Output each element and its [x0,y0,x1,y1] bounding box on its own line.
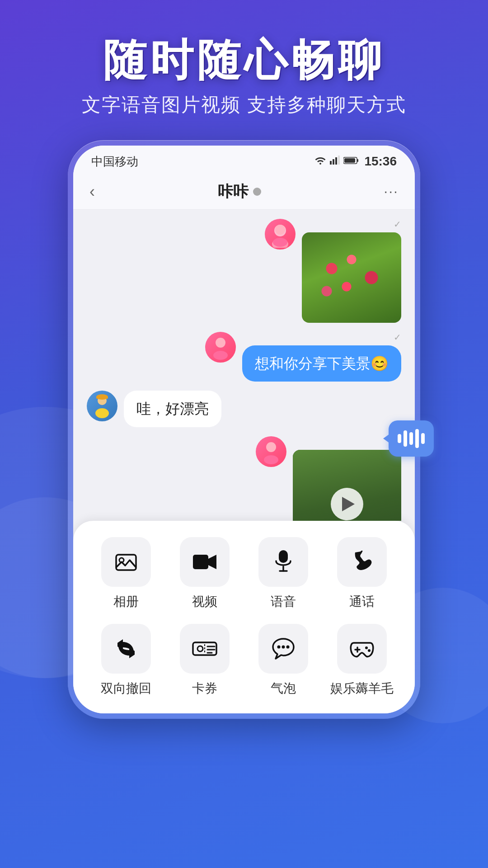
svg-point-35 [282,645,285,648]
online-status-dot [253,188,261,196]
svg-point-10 [275,225,285,235]
voice-fab[interactable] [389,420,434,457]
svg-point-39 [365,646,368,649]
svg-rect-4 [338,156,340,165]
hero-title: 随时随心畅聊 [0,36,488,84]
hero-subtitle: 文字语音图片视频 支持多种聊天方式 [0,92,488,118]
voice-bar-4 [415,429,419,448]
svg-point-40 [368,649,371,652]
left-user-avatar [87,391,117,421]
svg-point-36 [286,645,290,648]
media-item-album[interactable]: 相册 [91,537,161,610]
voice-bar-3 [409,432,413,445]
voice-icon-box [258,537,308,587]
carrier-label: 中国移动 [91,154,138,170]
msg2-content: ✓ 想和你分享下美景😊 [242,332,401,382]
svg-point-19 [264,455,278,464]
msg4-video[interactable]: 00:06 [293,450,401,520]
msg2-bubble: 想和你分享下美景😊 [242,345,401,382]
coupon-label: 卡券 [192,680,217,697]
right-user-avatar [265,219,296,250]
video-label: 视频 [192,593,217,610]
media-panel: 相册 视频 [73,521,415,713]
recall-icon-box [101,624,151,674]
video-icon-box [180,537,230,587]
svg-rect-6 [357,159,358,162]
media-item-coupon[interactable]: 卡券 [170,624,239,697]
back-button[interactable]: ‹ [89,182,95,201]
voice-tail [383,434,389,443]
status-time: 15:36 [364,154,397,169]
media-item-voice[interactable]: 语音 [249,537,318,610]
chat-header: ‹ 咔咔 ··· [73,174,415,210]
svg-point-34 [277,645,281,648]
svg-rect-3 [335,157,337,165]
album-icon-box [101,537,151,587]
chat-title-wrap: 咔咔 [218,181,261,202]
voice-bar-5 [421,433,425,444]
svg-rect-25 [279,550,288,563]
msg1-avatar [265,219,296,250]
bubble-label: 气泡 [271,680,296,697]
album-label: 相册 [113,593,139,610]
voice-bar-1 [398,434,401,443]
message-3: 哇，好漂亮 [87,391,401,427]
message-4: ✓ 00:06 [87,436,401,520]
msg3-content: 哇，好漂亮 [124,391,221,427]
voice-label: 语音 [271,593,296,610]
svg-point-11 [273,238,287,247]
media-item-bubble[interactable]: 气泡 [249,624,318,697]
svg-point-18 [266,442,276,452]
status-bar: 中国移动 1 [73,146,415,174]
chat-contact-name: 咔咔 [218,181,249,202]
recall-label: 双向撤回 [101,680,151,697]
msg3-bubble: 哇，好漂亮 [124,391,221,427]
wifi-icon [314,156,326,167]
status-icons [314,156,359,167]
media-item-recall[interactable]: 双向撤回 [91,624,161,697]
voice-bar-2 [404,430,407,447]
phone-mockup: 中国移动 1 [68,140,420,728]
chat-messages-area: ✓ [73,210,415,521]
svg-rect-17 [96,397,108,399]
msg4-avatar [256,436,286,467]
call-icon-box [337,537,387,587]
phone-inner: 中国移动 1 [73,146,415,713]
svg-point-12 [216,338,225,348]
svg-point-29 [197,646,203,651]
media-item-call[interactable]: 通话 [327,537,397,610]
msg4-content: ✓ 00:06 [293,436,401,520]
svg-rect-2 [333,159,334,165]
message-1: ✓ [87,219,401,323]
voice-bars [398,429,425,448]
media-grid-bottom: 双向撤回 [91,624,397,697]
right-user-avatar-2 [205,332,236,363]
hero-section: 随时随心畅聊 文字语音图片视频 支持多种聊天方式 [0,0,488,118]
svg-rect-24 [193,555,208,569]
svg-rect-1 [330,161,332,165]
svg-point-13 [213,351,228,360]
media-grid-top: 相册 视频 [91,537,397,610]
status-right: 15:36 [314,154,397,169]
game-icon-box [337,624,387,674]
play-button[interactable] [331,488,363,520]
msg1-image-content [302,232,401,323]
msg1-image [302,232,401,323]
msg1-check: ✓ [394,219,401,230]
media-item-game[interactable]: 娱乐薅羊毛 [327,624,397,697]
msg2-check: ✓ [394,332,401,343]
battery-icon [343,156,359,167]
svg-rect-7 [344,158,355,163]
coupon-icon-box [180,624,230,674]
more-options-button[interactable]: ··· [384,183,399,200]
msg2-avatar [205,332,236,363]
play-triangle-icon [342,497,355,511]
svg-rect-22 [116,555,136,570]
svg-point-0 [319,163,321,165]
svg-point-15 [95,408,109,418]
phone-outer: 中国移动 1 [68,140,420,719]
bubble-icon-box [258,624,308,674]
media-item-video[interactable]: 视频 [170,537,239,610]
game-label: 娱乐薅羊毛 [330,680,394,697]
call-label: 通话 [349,593,375,610]
